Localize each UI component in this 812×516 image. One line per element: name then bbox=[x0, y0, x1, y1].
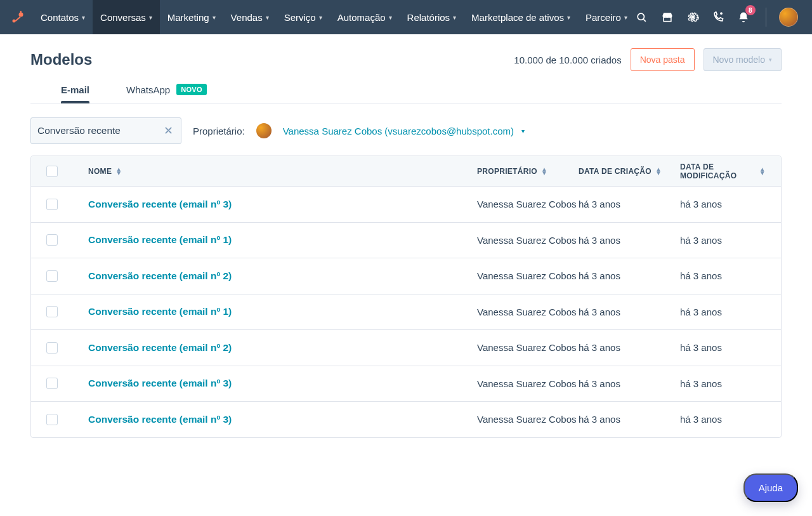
nav-item-automação[interactable]: Automação▾ bbox=[330, 0, 400, 34]
phone-icon[interactable] bbox=[711, 10, 725, 24]
nav-item-parceiro[interactable]: Parceiro▾ bbox=[578, 0, 635, 34]
chevron-down-icon: ▾ bbox=[769, 56, 772, 63]
nav-item-marketplace-de-ativos[interactable]: Marketplace de ativos▾ bbox=[464, 0, 578, 34]
svg-point-8 bbox=[720, 12, 723, 15]
cell-modified: há 3 anos bbox=[680, 342, 766, 353]
nav-item-marketing[interactable]: Marketing▾ bbox=[160, 0, 223, 34]
user-avatar[interactable] bbox=[779, 8, 798, 27]
row-checkbox[interactable] bbox=[46, 306, 58, 317]
cell-name: Conversão recente (email nº 2) bbox=[74, 342, 477, 354]
nav-item-vendas[interactable]: Vendas▾ bbox=[223, 0, 277, 34]
template-link[interactable]: Conversão recente (email nº 3) bbox=[88, 199, 232, 209]
sort-icon: ▲▼ bbox=[115, 168, 122, 175]
col-header-modified[interactable]: DATA DE MODIFICAÇÃO ▲▼ bbox=[680, 162, 766, 180]
nav-item-label: Contatos bbox=[41, 12, 79, 23]
col-header-created[interactable]: DATA DE CRIAÇÃO ▲▼ bbox=[579, 167, 680, 176]
row-checkbox[interactable] bbox=[46, 199, 58, 210]
svg-rect-2 bbox=[15, 17, 21, 22]
marketplace-icon[interactable] bbox=[660, 10, 674, 24]
template-link[interactable]: Conversão recente (email nº 3) bbox=[88, 378, 232, 388]
chevron-down-icon: ▾ bbox=[567, 14, 570, 21]
search-input[interactable] bbox=[37, 125, 162, 136]
row-check-cell bbox=[46, 342, 74, 354]
cell-created: há 3 anos bbox=[579, 414, 680, 425]
search-icon[interactable] bbox=[635, 10, 649, 24]
row-checkbox[interactable] bbox=[46, 378, 58, 389]
nav-item-label: Serviço bbox=[284, 12, 316, 23]
template-link[interactable]: Conversão recente (email nº 2) bbox=[88, 270, 232, 281]
nav-item-contatos[interactable]: Contatos▾ bbox=[33, 0, 93, 34]
new-model-label: Novo modelo bbox=[713, 55, 766, 65]
nav-item-relatórios[interactable]: Relatórios▾ bbox=[400, 0, 464, 34]
owner-name: Vanessa Suarez Cobos (vsuarezcobos@hubsp… bbox=[283, 126, 514, 136]
bell-icon[interactable]: 8 bbox=[737, 10, 750, 24]
template-link[interactable]: Conversão recente (email nº 2) bbox=[88, 342, 232, 353]
owner-avatar bbox=[256, 123, 272, 138]
nav-item-serviço[interactable]: Serviço▾ bbox=[277, 0, 330, 34]
table-row: Conversão recente (email nº 2)Vanessa Su… bbox=[31, 330, 781, 366]
sort-icon: ▲▼ bbox=[541, 168, 547, 175]
cell-name: Conversão recente (email nº 1) bbox=[74, 234, 477, 246]
svg-point-4 bbox=[638, 13, 645, 20]
nav-item-label: Marketplace de ativos bbox=[471, 12, 564, 23]
nav-item-label: Conversas bbox=[100, 12, 146, 23]
new-folder-button[interactable]: Nova pasta bbox=[631, 48, 695, 71]
hubspot-logo-icon[interactable] bbox=[10, 9, 25, 25]
gear-icon[interactable] bbox=[686, 10, 700, 24]
tab-whatsapp-label: WhatsApp bbox=[126, 84, 170, 95]
nav-item-conversas[interactable]: Conversas▾ bbox=[93, 0, 160, 34]
nav-item-label: Relatórios bbox=[407, 12, 450, 23]
owner-filter-dropdown[interactable]: Vanessa Suarez Cobos (vsuarezcobos@hubsp… bbox=[283, 126, 525, 136]
divider bbox=[766, 8, 766, 27]
col-header-modified-label: DATA DE MODIFICAÇÃO bbox=[680, 162, 756, 180]
notification-badge: 8 bbox=[745, 5, 756, 15]
chevron-down-icon: ▾ bbox=[319, 14, 322, 21]
row-checkbox[interactable] bbox=[46, 342, 58, 354]
row-checkbox[interactable] bbox=[46, 414, 58, 425]
col-header-owner-label: PROPRIETÁRIO bbox=[477, 167, 537, 176]
svg-point-0 bbox=[13, 20, 16, 23]
nav-items: Contatos▾Conversas▾Marketing▾Vendas▾Serv… bbox=[33, 0, 635, 34]
nav-item-label: Parceiro bbox=[586, 12, 621, 23]
templates-table: NOME ▲▼ PROPRIETÁRIO ▲▼ DATA DE CRIAÇÃO … bbox=[30, 155, 782, 438]
template-link[interactable]: Conversão recente (email nº 1) bbox=[88, 234, 232, 245]
table-row: Conversão recente (email nº 3)Vanessa Su… bbox=[31, 187, 781, 223]
table-row: Conversão recente (email nº 3)Vanessa Su… bbox=[31, 402, 781, 437]
nav-item-label: Vendas bbox=[231, 12, 263, 23]
row-check-cell bbox=[46, 306, 74, 317]
cell-created: há 3 anos bbox=[579, 342, 680, 353]
owner-label: Proprietário: bbox=[193, 126, 245, 136]
row-checkbox[interactable] bbox=[46, 270, 58, 282]
table-row: Conversão recente (email nº 1)Vanessa Su… bbox=[31, 223, 781, 259]
cell-modified: há 3 anos bbox=[680, 235, 766, 246]
cell-name: Conversão recente (email nº 3) bbox=[74, 378, 477, 389]
cell-created: há 3 anos bbox=[579, 307, 680, 317]
cell-name: Conversão recente (email nº 3) bbox=[74, 199, 477, 210]
cell-name: Conversão recente (email nº 2) bbox=[74, 270, 477, 282]
cell-owner: Vanessa Suarez Cobos bbox=[477, 198, 579, 211]
cell-owner: Vanessa Suarez Cobos bbox=[477, 270, 579, 282]
svg-rect-6 bbox=[664, 17, 671, 22]
cell-owner: Vanessa Suarez Cobos bbox=[477, 413, 579, 426]
col-header-name[interactable]: NOME ▲▼ bbox=[74, 167, 477, 176]
select-all-checkbox[interactable] bbox=[46, 166, 58, 177]
new-model-button: Novo modelo ▾ bbox=[704, 48, 782, 71]
tab-whatsapp[interactable]: WhatsApp NOVO bbox=[126, 84, 207, 103]
clear-icon[interactable]: ✕ bbox=[162, 124, 174, 138]
tab-email-label: E-mail bbox=[61, 84, 89, 95]
new-badge: NOVO bbox=[176, 84, 207, 95]
row-checkbox[interactable] bbox=[46, 234, 58, 246]
cell-modified: há 3 anos bbox=[680, 378, 766, 389]
nav-item-label: Automação bbox=[337, 12, 386, 23]
chevron-down-icon: ▾ bbox=[389, 14, 392, 21]
row-check-cell bbox=[46, 414, 74, 425]
svg-rect-3 bbox=[20, 11, 22, 15]
col-header-name-label: NOME bbox=[88, 167, 112, 176]
template-link[interactable]: Conversão recente (email nº 1) bbox=[88, 306, 232, 317]
cell-modified: há 3 anos bbox=[680, 199, 766, 209]
table-row: Conversão recente (email nº 2)Vanessa Su… bbox=[31, 258, 781, 294]
col-header-owner[interactable]: PROPRIETÁRIO ▲▼ bbox=[477, 167, 579, 176]
tab-email[interactable]: E-mail bbox=[61, 84, 89, 103]
template-link[interactable]: Conversão recente (email nº 3) bbox=[88, 414, 232, 425]
cell-created: há 3 anos bbox=[579, 378, 680, 389]
